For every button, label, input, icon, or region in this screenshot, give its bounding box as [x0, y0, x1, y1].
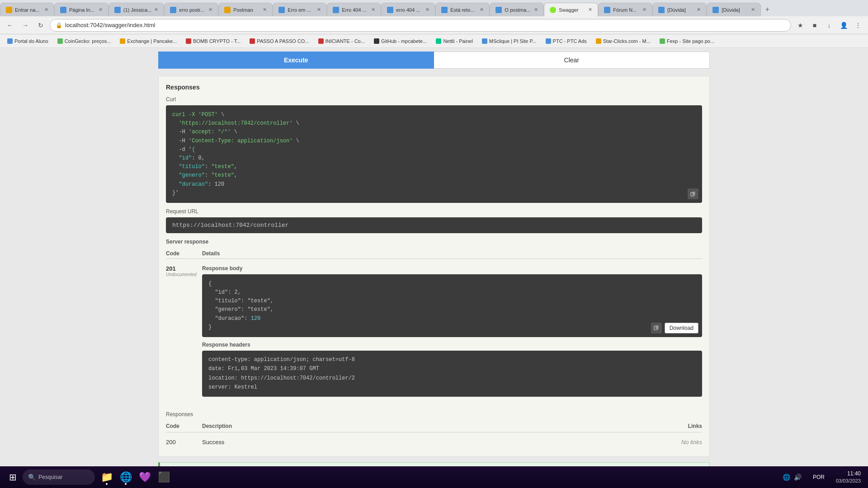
bookmark-nettli[interactable]: Nettli - Painel — [432, 38, 476, 45]
download-button[interactable]: Download — [665, 323, 698, 333]
bookmark-bomb[interactable]: BOMB CRYPTO - T... — [182, 38, 244, 45]
request-url-block: https://localhost:7042/controller — [166, 217, 702, 233]
tab-9[interactable]: Está reto... ✕ — [435, 3, 490, 16]
resp-links-200: No links — [648, 439, 702, 446]
tab-10-close[interactable]: ✕ — [534, 7, 538, 13]
taskbar-app-explorer[interactable]: 📁 — [98, 468, 116, 486]
tab-8[interactable]: erro 404 ... ✕ — [381, 3, 435, 16]
tab-6-label: Erro em ... — [288, 7, 311, 13]
tab-3-close[interactable]: ✕ — [154, 7, 158, 13]
more-options-button[interactable]: ⋮ — [852, 19, 864, 32]
bookmark-passo-label: PASSO A PASSO CO... — [257, 38, 309, 44]
bookmark-star-button[interactable]: ★ — [794, 19, 807, 32]
swagger-container: Execute Clear Responses Curl curl -X 'PO… — [149, 48, 719, 488]
tab-13-close[interactable]: ✕ — [697, 7, 701, 13]
tab-12[interactable]: Fórum N... ✕ — [598, 3, 652, 16]
bookmark-github[interactable]: GitHub - mpcabete... — [370, 38, 431, 45]
tab-12-favicon — [604, 7, 610, 13]
tab-12-label: Fórum N... — [613, 7, 637, 13]
taskbar-search[interactable]: 🔍 Pesquisar — [23, 469, 95, 485]
tab-9-close[interactable]: ✕ — [480, 7, 484, 13]
network-icon[interactable]: 🌐 — [783, 474, 790, 481]
tab-8-close[interactable]: ✕ — [425, 7, 429, 13]
bookmark-fexp[interactable]: Fexp - Site pago po... — [656, 38, 718, 45]
taskbar-app-vscode[interactable]: 💜 — [136, 468, 154, 486]
server-response-table-header: Code Details — [166, 249, 702, 259]
tab-7-label: Erro 404 ... — [342, 7, 366, 13]
tab-4-close[interactable]: ✕ — [208, 7, 212, 13]
tab-14[interactable]: [Dúvida] ✕ — [707, 3, 761, 16]
bookmark-nettli-label: Nettli - Painel — [443, 38, 472, 44]
bookmark-portal-favicon — [7, 38, 13, 44]
curl-copy-button[interactable] — [688, 188, 698, 199]
bookmark-ptc[interactable]: PTC - PTC Ads — [542, 38, 590, 45]
response-undocumented: Undocumented — [166, 272, 202, 277]
tab-12-close[interactable]: ✕ — [642, 7, 646, 13]
response-copy-button[interactable] — [651, 323, 662, 333]
bookmark-exchange[interactable]: Exchange | Pancake... — [116, 38, 180, 45]
profile-button[interactable]: 👤 — [837, 19, 850, 32]
taskbar-app-terminal[interactable]: ⬛ — [155, 468, 173, 486]
tab-1[interactable]: Entrar na... ✕ — [0, 3, 54, 16]
new-tab-button[interactable]: + — [761, 3, 774, 16]
download-nav-button[interactable]: ↓ — [823, 19, 835, 32]
bookmark-ptc-label: PTC - PTC Ads — [553, 38, 587, 44]
svg-rect-1 — [692, 192, 695, 195]
response-details-col: Response body { "id": 2, "titulo": "test… — [202, 265, 702, 404]
bookmark-coingecko[interactable]: CoinGecko: preços... — [54, 38, 115, 45]
tab-11-close[interactable]: ✕ — [588, 7, 592, 13]
bookmark-github-favicon — [374, 38, 379, 44]
tab-13[interactable]: [Dúvida] ✕ — [652, 3, 707, 16]
taskbar-search-text: Pesquisar — [38, 474, 62, 480]
bookmark-msclique[interactable]: MSclique | PI Site P... — [478, 38, 540, 45]
download-area: Download — [651, 323, 698, 333]
resp-code-200: 200 — [166, 439, 202, 446]
tab-bar: Entrar na... ✕ Página In... ✕ (1) Jessic… — [0, 0, 868, 16]
bookmark-passo[interactable]: PASSO A PASSO CO... — [246, 38, 312, 45]
tab-7[interactable]: Erro 404 ... ✕ — [327, 3, 381, 16]
reload-button[interactable]: ↻ — [34, 19, 47, 32]
tab-2[interactable]: Página In... ✕ — [54, 3, 108, 16]
vscode-icon: 💜 — [139, 471, 151, 483]
response-code-col: 201 Undocumented — [166, 265, 202, 277]
tab-5[interactable]: Postman ✕ — [218, 3, 273, 16]
response-headers-block: content-type: application/json; charset=… — [202, 351, 702, 397]
tab-6[interactable]: Erro em ... ✕ — [273, 3, 327, 16]
bookmarks-bar: Portal do Aluno CoinGecko: preços... Exc… — [0, 34, 868, 48]
back-button[interactable]: ← — [4, 19, 16, 32]
tab-11[interactable]: Swagger ✕ — [544, 3, 598, 16]
volume-icon[interactable]: 🔊 — [794, 474, 802, 481]
tab-1-close[interactable]: ✕ — [44, 7, 48, 13]
start-button[interactable]: ⊞ — [4, 468, 22, 486]
tab-3-label: (1) Jessica... — [123, 7, 151, 13]
tab-1-favicon — [6, 7, 12, 13]
execute-button[interactable]: Execute — [158, 52, 434, 69]
extensions-button[interactable]: ■ — [808, 19, 821, 32]
bookmark-bomb-favicon — [186, 38, 191, 44]
tab-10[interactable]: O postma... ✕ — [490, 3, 544, 16]
tab-13-label: [Dúvida] — [667, 7, 685, 13]
tab-3[interactable]: (1) Jessica... ✕ — [108, 3, 164, 16]
tab-10-favicon — [495, 7, 502, 13]
taskbar-clock[interactable]: 11:40 03/03/2023 — [832, 470, 864, 484]
bookmark-portal[interactable]: Portal do Aluno — [4, 38, 52, 45]
tab-6-favicon — [278, 7, 285, 13]
forward-button[interactable]: → — [19, 19, 32, 32]
tab-7-close[interactable]: ✕ — [371, 7, 375, 13]
bookmark-starclicks[interactable]: Star-Clicks.com - M... — [592, 38, 654, 45]
tab-2-label: Página In... — [69, 7, 94, 13]
tab-2-close[interactable]: ✕ — [99, 7, 103, 13]
tab-5-close[interactable]: ✕ — [263, 7, 267, 13]
tab-14-close[interactable]: ✕ — [751, 7, 755, 13]
bookmark-msclique-label: MSclique | PI Site P... — [489, 38, 537, 44]
header-date: date: Fri,03 Mar 2023 14:39:07 GMT — [208, 364, 696, 373]
tab-4[interactable]: erro postr... ✕ — [164, 3, 218, 16]
address-bar[interactable]: 🔒 localhost:7042/swagger/index.html — [50, 19, 791, 32]
tab-6-close[interactable]: ✕ — [317, 7, 321, 13]
responses-code-header: Code Description Links — [166, 420, 702, 432]
bookmark-msclique-favicon — [482, 38, 487, 44]
bookmark-iniciante[interactable]: INICIANTE - Co... — [315, 38, 368, 45]
clear-button[interactable]: Clear — [434, 52, 710, 69]
resp-desc-200: Success — [202, 439, 648, 446]
taskbar-app-chrome[interactable]: 🌐 — [117, 468, 135, 486]
